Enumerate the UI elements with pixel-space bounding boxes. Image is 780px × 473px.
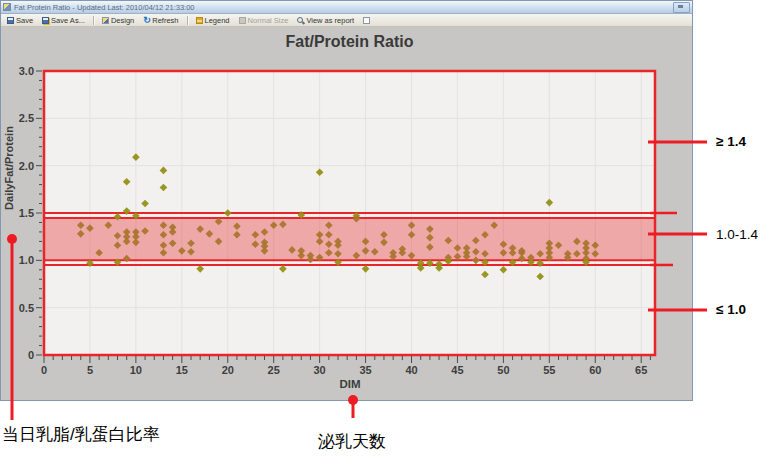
x-axis-title: DIM [300, 378, 400, 390]
toolbar-button-new-page[interactable] [359, 15, 374, 26]
zone-label-mid: 1.0-1.4 [716, 227, 758, 242]
toolbar-button-label: Save As... [51, 16, 85, 25]
new-page-icon [363, 17, 370, 24]
toolbar-button-label: View as report [306, 16, 354, 25]
toolbar-button-label: Normal Size [248, 16, 289, 25]
legend-icon [196, 17, 203, 24]
toolbar: SaveSave As...DesignRefreshLegendNormal … [1, 14, 692, 27]
save-icon [7, 17, 14, 24]
window-titlebar[interactable]: Fat Protein Ratio - Updated Last: 2010/0… [1, 1, 692, 14]
zone-label-high: ≥ 1.4 [716, 134, 746, 149]
toolbar-button-design[interactable]: Design [98, 15, 138, 26]
refresh-icon [143, 17, 150, 24]
normal-size-icon [239, 17, 246, 24]
toolbar-button-label: Save [16, 16, 33, 25]
x-axis-callout-text: 泌乳天数 [318, 430, 386, 453]
toolbar-button-refresh[interactable]: Refresh [139, 15, 182, 26]
toolbar-button-save-as[interactable]: Save As... [38, 15, 89, 26]
screenshot-root: Fat Protein Ratio - Updated Last: 2010/0… [0, 0, 780, 473]
window-title: Fat Protein Ratio - Updated Last: 2010/0… [14, 3, 673, 12]
chart-region [1, 27, 692, 400]
toolbar-button-normal-size[interactable]: Normal Size [235, 15, 293, 26]
toolbar-button-label: Design [111, 16, 134, 25]
toolbar-button-save[interactable]: Save [3, 15, 37, 26]
view-as-report-icon [297, 17, 304, 24]
toolbar-button-label: Legend [205, 16, 230, 25]
y-axis-title: DailyFat/Protein [3, 93, 17, 243]
zone-label-low: ≤ 1.0 [716, 302, 746, 317]
toolbar-button-view-as-report[interactable]: View as report [293, 15, 358, 26]
app-icon [3, 3, 11, 11]
design-icon [102, 17, 109, 24]
toolbar-button-label: Refresh [152, 16, 178, 25]
toolbar-separator [187, 16, 188, 25]
toolbar-button-legend[interactable]: Legend [192, 15, 234, 26]
y-axis-callout-text: 当日乳脂/乳蛋白比率 [2, 423, 160, 446]
toolbar-separator [93, 16, 94, 25]
save-as-icon [42, 17, 49, 24]
chart-title: Fat/Protein Ratio [44, 33, 655, 51]
app-window: Fat Protein Ratio - Updated Last: 2010/0… [0, 0, 693, 401]
window-control-button[interactable] [673, 2, 690, 13]
